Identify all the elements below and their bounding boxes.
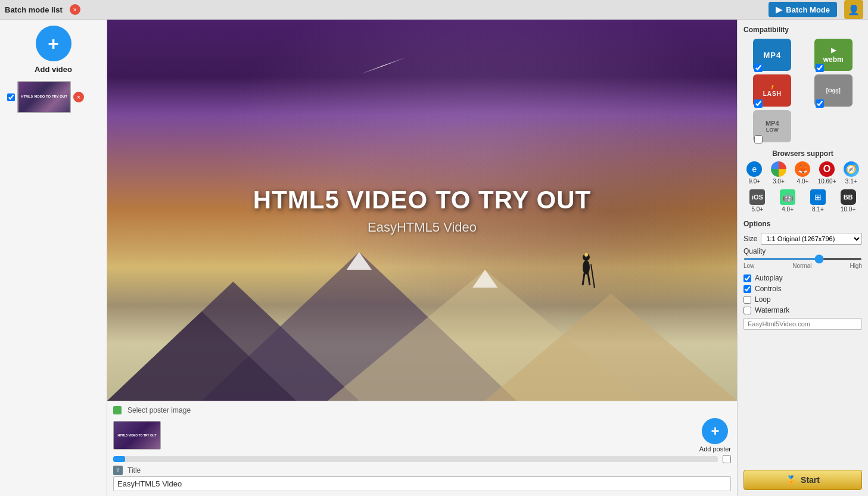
size-row: Size 1:1 Original (1267x796) bbox=[743, 233, 862, 245]
compatibility-title: Compatibility bbox=[743, 26, 862, 34]
format-mp4: MP4 bbox=[743, 39, 801, 71]
poster-thumbnail[interactable]: HTML5 VIDEO TO TRY OUT bbox=[113, 421, 161, 450]
start-button[interactable]: 🏅 Start bbox=[743, 470, 862, 490]
format-mp4low-checkbox[interactable] bbox=[754, 135, 763, 144]
firefox-icon: 🦊 bbox=[795, 161, 810, 177]
format-webm-checkbox[interactable] bbox=[816, 64, 824, 72]
add-video-button[interactable]: + Add video bbox=[35, 26, 72, 74]
ie-icon: e bbox=[746, 161, 762, 177]
options-title: Options bbox=[743, 220, 862, 228]
format-mp4-checkbox[interactable] bbox=[754, 64, 763, 72]
quality-labels: Low Normal High bbox=[743, 263, 862, 269]
browser-chrome-version: 3.0+ bbox=[773, 178, 785, 185]
video-thumb-text: HTML5 VIDEO TO TRY OUT bbox=[21, 95, 67, 99]
mountain-svg bbox=[107, 222, 737, 401]
video-sub-title: EasyHTML5 Video bbox=[253, 220, 591, 235]
mobile-wp: ⊞ 8.1+ bbox=[804, 189, 832, 213]
controls-label: Controls bbox=[755, 285, 782, 293]
main-layout: + Add video HTML5 VIDEO TO TRY OUT × bbox=[0, 20, 868, 496]
start-icon: 🏅 bbox=[786, 475, 796, 485]
progress-bar-fill bbox=[113, 456, 125, 462]
browser-ie: e 9.0+ bbox=[743, 161, 766, 185]
quality-slider[interactable] bbox=[743, 258, 862, 260]
title-row: T Title bbox=[113, 466, 731, 475]
browser-grid: e 9.0+ 3.0+ 🦊 4.0+ O 10.60+ 🧭 3.1+ bbox=[743, 161, 862, 185]
opera-icon: O bbox=[819, 161, 835, 177]
watermark-label: Watermark bbox=[755, 306, 789, 314]
quality-high: High bbox=[850, 263, 862, 269]
batch-mode-label: Batch Mode bbox=[786, 5, 830, 14]
format-mp4low: MP4 LOW bbox=[743, 110, 801, 142]
top-bar-title: Batch mode list bbox=[5, 5, 63, 14]
quality-low: Low bbox=[743, 263, 754, 269]
format-webm-badge: ▶ webm bbox=[814, 39, 853, 71]
video-thumbnail: HTML5 VIDEO TO TRY OUT bbox=[17, 81, 71, 113]
loop-label: Loop bbox=[755, 295, 771, 304]
title-icon: T bbox=[113, 466, 123, 475]
autoplay-row: Autoplay bbox=[743, 274, 862, 282]
format-flash: f LASH bbox=[743, 74, 801, 107]
chrome-icon bbox=[771, 161, 786, 177]
right-panel: Compatibility MP4 ▶ webm f bbox=[737, 20, 868, 496]
poster-thumb-row: HTML5 VIDEO TO TRY OUT + Add poster bbox=[113, 418, 731, 453]
bottom-area: Select poster image HTML5 VIDEO TO TRY O… bbox=[107, 401, 737, 496]
browser-opera: O 10.60+ bbox=[816, 161, 838, 185]
size-select[interactable]: 1:1 Original (1267x796) bbox=[761, 233, 862, 245]
mobile-ios: iOS 5.0+ bbox=[743, 189, 771, 213]
format-grid: MP4 ▶ webm f LASH bbox=[743, 39, 862, 142]
title-input[interactable] bbox=[113, 476, 731, 491]
user-icon: 👤 bbox=[848, 4, 860, 15]
video-list-item: HTML5 VIDEO TO TRY OUT × bbox=[7, 81, 99, 113]
add-poster-circle-icon: + bbox=[702, 418, 728, 444]
video-preview: HTML5 VIDEO TO TRY OUT EasyHTML5 Video bbox=[107, 20, 737, 401]
quality-normal: Normal bbox=[792, 263, 811, 269]
progress-checkbox[interactable] bbox=[723, 455, 731, 463]
format-mp4-badge: MP4 bbox=[753, 39, 791, 71]
browser-ie-version: 9.0+ bbox=[748, 178, 760, 185]
autoplay-checkbox[interactable] bbox=[743, 274, 751, 282]
user-icon-button[interactable]: 👤 bbox=[844, 0, 863, 19]
browsers-title: Browsers support bbox=[743, 149, 862, 158]
mobile-grid: iOS 5.0+ 🤖 4.0+ ⊞ 8.1+ BB 10.0+ bbox=[743, 189, 862, 213]
browser-firefox: 🦊 4.0+ bbox=[792, 161, 814, 185]
add-video-label: Add video bbox=[35, 65, 72, 74]
format-mp4low-badge: MP4 LOW bbox=[753, 110, 791, 142]
mobile-bb: BB 10.0+ bbox=[834, 189, 862, 213]
sidebar: + Add video HTML5 VIDEO TO TRY OUT × bbox=[0, 20, 107, 496]
start-label: Start bbox=[801, 475, 820, 485]
controls-checkbox[interactable] bbox=[743, 285, 751, 293]
video-item-remove-button[interactable]: × bbox=[73, 92, 84, 102]
center-area: HTML5 VIDEO TO TRY OUT EasyHTML5 Video S… bbox=[107, 20, 737, 496]
browser-safari: 🧭 3.1+ bbox=[840, 161, 862, 185]
batch-mode-button[interactable]: ▶ Batch Mode bbox=[769, 2, 837, 17]
quality-row bbox=[743, 258, 862, 260]
loop-checkbox[interactable] bbox=[743, 296, 751, 304]
progress-bar bbox=[113, 456, 718, 462]
video-title-overlay: HTML5 VIDEO TO TRY OUT EasyHTML5 Video bbox=[253, 185, 591, 235]
video-main-title: HTML5 VIDEO TO TRY OUT bbox=[253, 185, 591, 215]
poster-icon bbox=[113, 406, 122, 414]
add-poster-button[interactable]: + Add poster bbox=[699, 418, 731, 453]
safari-icon: 🧭 bbox=[844, 161, 859, 177]
controls-row: Controls bbox=[743, 285, 862, 293]
mobile-wp-version: 8.1+ bbox=[812, 206, 824, 213]
format-flash-checkbox[interactable] bbox=[754, 99, 763, 108]
video-item-checkbox[interactable] bbox=[7, 93, 15, 101]
poster-thumb-text: HTML5 VIDEO TO TRY OUT bbox=[118, 433, 157, 437]
top-bar: Batch mode list × ▶ Batch Mode 👤 bbox=[0, 0, 868, 20]
close-batch-button[interactable]: × bbox=[70, 4, 80, 15]
mobile-bb-version: 10.0+ bbox=[841, 206, 855, 213]
batch-mode-icon: ▶ bbox=[776, 5, 782, 14]
autoplay-label: Autoplay bbox=[755, 274, 783, 282]
watermark-input[interactable] bbox=[743, 318, 862, 330]
browser-opera-version: 10.60+ bbox=[818, 178, 836, 185]
format-flash-badge: f LASH bbox=[753, 74, 791, 107]
add-video-circle-icon: + bbox=[36, 26, 71, 61]
poster-label: Select poster image bbox=[127, 406, 191, 414]
browser-chrome: 3.0+ bbox=[768, 161, 790, 185]
format-ogg-checkbox[interactable] bbox=[816, 99, 824, 108]
add-poster-label: Add poster bbox=[699, 445, 731, 453]
progress-row bbox=[113, 455, 731, 463]
watermark-checkbox[interactable] bbox=[743, 307, 751, 314]
browser-safari-version: 3.1+ bbox=[845, 178, 857, 185]
